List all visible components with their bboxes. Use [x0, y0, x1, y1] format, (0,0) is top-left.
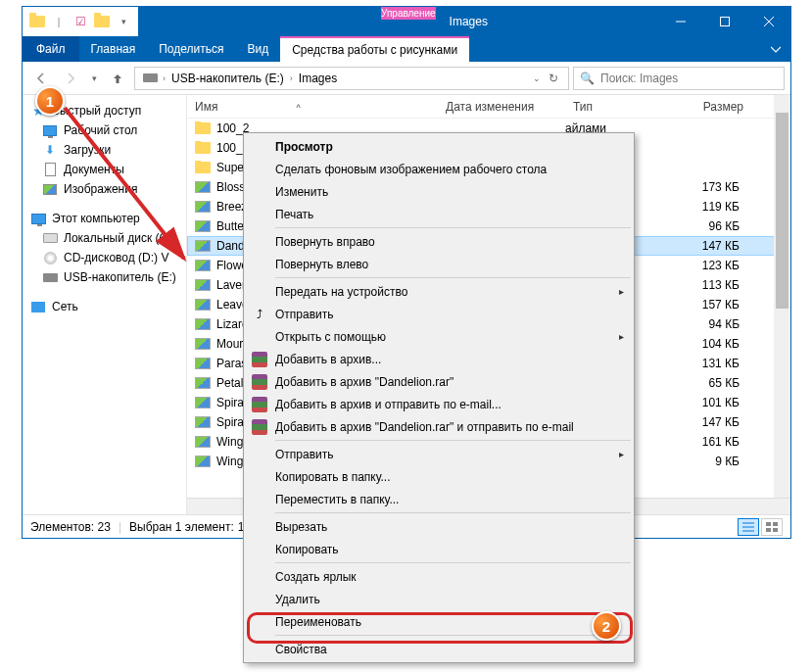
- cm-properties[interactable]: Свойства: [246, 638, 632, 660]
- col-name[interactable]: Имя^: [187, 100, 438, 114]
- cd-icon: [42, 250, 58, 265]
- nav-usb-drive[interactable]: USB-накопитель (E:): [23, 267, 186, 287]
- breadcrumb[interactable]: › USB-накопитель (E:) › Images ⌄ ↻: [134, 67, 569, 90]
- nav-network[interactable]: Сеть: [23, 297, 186, 316]
- folder-icon: [195, 122, 211, 134]
- qat-overflow[interactable]: ▾: [113, 11, 134, 32]
- nav-this-pc[interactable]: Этот компьютер: [23, 209, 186, 228]
- svg-rect-1: [720, 18, 729, 26]
- cm-rotate-right[interactable]: Повернуть вправо: [246, 230, 632, 253]
- separator: [275, 227, 631, 228]
- separator: [275, 635, 631, 636]
- cm-send-to[interactable]: ⤴Отправить: [246, 303, 632, 325]
- cm-open-with[interactable]: Открыть с помощью▸: [246, 325, 632, 348]
- breadcrumb-segment[interactable]: Images: [295, 72, 341, 85]
- svg-rect-7: [766, 522, 771, 526]
- cm-delete[interactable]: Удалить: [246, 588, 632, 610]
- minimize-button[interactable]: [658, 7, 702, 36]
- navigation-pane: ★Быстрый доступ Рабочий стол ⬇Загрузки Д…: [23, 95, 187, 514]
- vertical-scrollbar[interactable]: [774, 95, 790, 514]
- nav-downloads[interactable]: ⬇Загрузки: [23, 140, 186, 160]
- nav-history-button[interactable]: ▾: [87, 66, 101, 91]
- chevron-down-icon[interactable]: ⌄: [533, 73, 541, 83]
- cm-copy-to[interactable]: Копировать в папку...: [246, 465, 632, 488]
- winrar-icon: [250, 417, 269, 437]
- col-size[interactable]: Размер: [663, 100, 751, 114]
- cm-rar-email-name[interactable]: Добавить в архив "Dandelion.rar" и отпра…: [246, 415, 632, 438]
- cm-rar-add[interactable]: Добавить в архив...: [246, 348, 632, 370]
- nav-up-button[interactable]: [105, 66, 130, 91]
- cm-rename[interactable]: Переименовать: [246, 610, 632, 633]
- refresh-icon[interactable]: ↻: [549, 72, 558, 85]
- chevron-right-icon: ▸: [619, 331, 624, 342]
- nav-documents[interactable]: Документы: [23, 160, 186, 179]
- context-menu: Просмотр Сделать фоновым изображением ра…: [243, 132, 635, 663]
- tab-picture-tools[interactable]: Средства работы с рисунками: [280, 36, 469, 62]
- nav-cd-drive[interactable]: CD-дисковод (D:) V: [23, 248, 186, 267]
- drive-icon: [42, 230, 58, 246]
- image-icon: [195, 240, 211, 252]
- cm-print[interactable]: Печать: [246, 203, 632, 225]
- separator: [275, 440, 631, 441]
- view-details-button[interactable]: [738, 518, 759, 536]
- usb-icon: [139, 68, 161, 89]
- image-icon: [195, 220, 211, 232]
- annotation-badge-2: 2: [592, 611, 621, 641]
- image-icon: [195, 436, 211, 448]
- search-input[interactable]: 🔍 Поиск: Images: [573, 67, 785, 90]
- cm-set-wallpaper[interactable]: Сделать фоновым изображением рабочего ст…: [246, 158, 632, 180]
- search-placeholder: Поиск: Images: [600, 72, 678, 85]
- nav-local-disk[interactable]: Локальный диск (C:): [23, 228, 186, 248]
- image-icon: [195, 397, 211, 408]
- tab-home[interactable]: Главная: [79, 36, 148, 62]
- image-icon: [195, 377, 211, 389]
- cm-rar-add-name[interactable]: Добавить в архив "Dandelion.rar": [246, 370, 632, 393]
- image-icon: [195, 299, 211, 311]
- cm-move-to[interactable]: Переместить в папку...: [246, 488, 632, 510]
- image-icon: [195, 181, 211, 193]
- status-selection: Выбран 1 элемент:: [129, 520, 234, 534]
- nav-forward-button[interactable]: [58, 66, 83, 91]
- tab-share[interactable]: Поделиться: [147, 36, 235, 62]
- close-button[interactable]: [746, 7, 790, 36]
- cm-cut[interactable]: Вырезать: [246, 515, 632, 538]
- picture-icon: [42, 181, 58, 197]
- nav-pictures[interactable]: Изображения: [23, 179, 186, 199]
- svg-rect-8: [773, 522, 778, 526]
- separator: [275, 512, 631, 513]
- cm-copy[interactable]: Копировать: [246, 538, 632, 560]
- titlebar: | ☑ ▾ Управление Images: [23, 7, 790, 36]
- chevron-right-icon: ›: [290, 73, 293, 83]
- nav-desktop[interactable]: Рабочий стол: [23, 120, 186, 140]
- file-tab[interactable]: Файл: [23, 36, 79, 62]
- view-thumbnails-button[interactable]: [761, 518, 783, 536]
- ribbon-expand-button[interactable]: [761, 36, 790, 62]
- status-item-count: Элементов: 23: [30, 520, 111, 534]
- pc-icon: [30, 211, 46, 226]
- cm-shortcut[interactable]: Создать ярлык: [246, 565, 632, 588]
- col-date[interactable]: Дата изменения: [438, 100, 565, 114]
- maximize-button[interactable]: [702, 7, 746, 36]
- cm-edit[interactable]: Изменить: [246, 180, 632, 203]
- breadcrumb-segment[interactable]: USB-накопитель (E:): [167, 72, 288, 85]
- window-title: Images: [436, 15, 502, 28]
- cm-send-to-2[interactable]: Отправить▸: [246, 443, 632, 465]
- tab-view[interactable]: Вид: [235, 36, 280, 62]
- image-icon: [195, 279, 211, 291]
- col-type[interactable]: Тип: [565, 100, 663, 114]
- ribbon: Файл Главная Поделиться Вид Средства раб…: [23, 36, 790, 62]
- view-mode-buttons: [738, 518, 783, 536]
- cm-rotate-left[interactable]: Повернуть влево: [246, 253, 632, 275]
- cm-cast[interactable]: Передать на устройство▸: [246, 280, 632, 303]
- cm-rar-email[interactable]: Добавить в архив и отправить по e-mail..…: [246, 393, 632, 415]
- winrar-icon: [250, 372, 269, 392]
- checkbox-icon[interactable]: ☑: [70, 11, 91, 32]
- cm-view[interactable]: Просмотр: [246, 135, 632, 158]
- image-icon: [195, 456, 211, 467]
- share-icon: ⤴: [250, 305, 269, 324]
- image-icon: [195, 318, 211, 330]
- contextual-tab-group: Управление: [381, 7, 436, 36]
- winrar-icon: [250, 395, 269, 414]
- image-icon: [195, 260, 211, 271]
- folder-icon: [195, 162, 211, 173]
